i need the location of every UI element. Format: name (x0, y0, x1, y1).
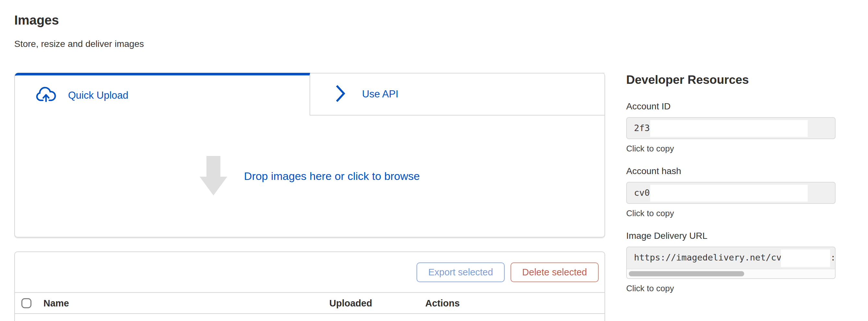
image-delivery-url-copy-hint: Click to copy (626, 283, 836, 293)
url-scrollbar-thumb[interactable] (629, 271, 744, 276)
image-delivery-url-value: https://imagedelivery.net/cv0JS (634, 247, 797, 268)
chevron-right-icon (336, 84, 345, 104)
page-title: Images (14, 13, 59, 28)
dropzone[interactable]: Drop images here or click to browse (15, 115, 604, 237)
redaction-overlay (781, 249, 830, 267)
arrow-down-icon (200, 156, 227, 197)
column-header-uploaded: Uploaded (329, 298, 372, 308)
account-id-copy-hint: Click to copy (626, 143, 836, 154)
url-horizontal-scrollbar (627, 269, 835, 278)
tab-quick-upload-label: Quick Upload (68, 90, 128, 101)
tab-use-api-label: Use API (362, 88, 398, 100)
table-header-row: Name Uploaded Actions (15, 293, 604, 314)
redaction-overlay (650, 120, 808, 137)
column-header-name: Name (43, 298, 69, 308)
dropzone-label: Drop images here or click to browse (244, 170, 420, 182)
image-delivery-url-field: Image Delivery URL https://imagedelivery… (626, 230, 836, 293)
images-page: Images Store, resize and deliver images … (0, 0, 868, 321)
upload-tabs: Quick Upload Use API (15, 73, 604, 115)
developer-resources-title: Developer Resources (626, 73, 749, 87)
account-hash-copy-hint: Click to copy (626, 208, 836, 218)
cloud-upload-icon (36, 86, 56, 105)
export-selected-button[interactable]: Export selected (416, 262, 505, 282)
page-subtitle: Store, resize and deliver images (14, 39, 144, 49)
account-hash-copy-box[interactable]: cv0J (626, 182, 836, 204)
tab-use-api[interactable]: Use API (310, 73, 604, 115)
delete-selected-button[interactable]: Delete selected (510, 262, 599, 282)
table-actions-row: Export selected Delete selected (15, 252, 604, 293)
column-header-actions: Actions (425, 298, 460, 308)
image-delivery-url-label: Image Delivery URL (626, 230, 836, 241)
account-id-copy-box[interactable]: 2f3d (626, 117, 836, 139)
image-delivery-url-value-fragment: : (830, 247, 836, 268)
images-table-card: Export selected Delete selected Name Upl… (14, 251, 605, 321)
image-delivery-url-copy-box[interactable]: https://imagedelivery.net/cv0JS : (626, 247, 836, 279)
account-hash-field: Account hash cv0J Click to copy (626, 166, 836, 218)
tab-quick-upload[interactable]: Quick Upload (15, 73, 310, 115)
account-hash-label: Account hash (626, 166, 836, 177)
account-id-field: Account ID 2f3d Click to copy (626, 101, 836, 154)
select-all-checkbox[interactable] (21, 298, 31, 308)
upload-card: Quick Upload Use API Drop images here or… (14, 73, 605, 238)
redaction-overlay (650, 185, 808, 202)
account-id-label: Account ID (626, 101, 836, 112)
